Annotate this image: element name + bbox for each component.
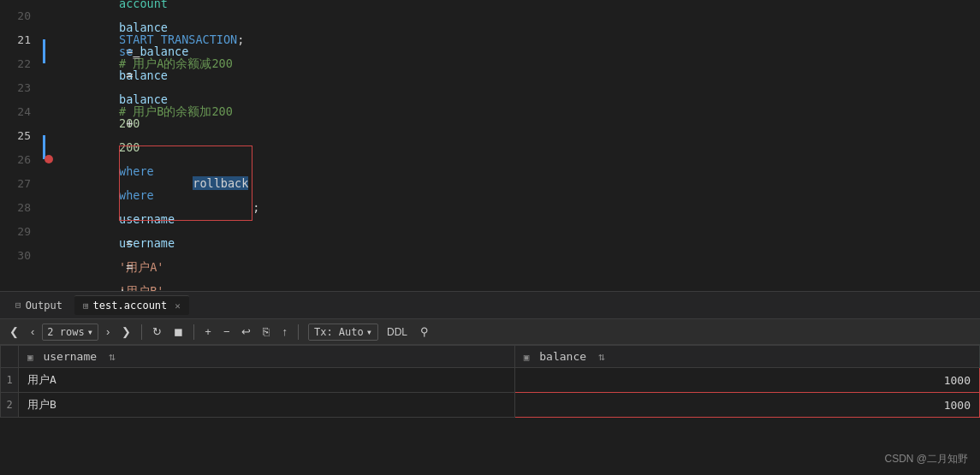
ddl-button[interactable]: DDL [382, 324, 413, 340]
breakpoint-dot-26 [45, 155, 53, 163]
tab-test-account-label: test.account [93, 300, 168, 312]
tab-output[interactable]: ⊟ Output [7, 296, 71, 315]
bottom-panel: ⊟ Output ⊞ test.account ✕ ❮ ‹ 2 rows ▾ ›… [0, 291, 980, 475]
cell-balance-2: 1000 [514, 393, 979, 418]
username-col-label: username [43, 350, 97, 363]
cell-username-1: 用户A [19, 368, 515, 393]
add-row-button[interactable]: + [200, 324, 216, 340]
next-page-button[interactable]: › [102, 324, 114, 340]
test-account-tab-icon: ⊞ [83, 300, 89, 312]
code-line-28: 28 [0, 195, 980, 219]
separator-2 [193, 324, 194, 340]
code-line-30: 30 [0, 243, 980, 267]
col-header-username: ▣ username ⇅ [19, 346, 515, 368]
tab-output-label: Output [26, 300, 62, 312]
var-balance-25b: balance [119, 92, 168, 106]
col-header-balance: ▣ balance ⇅ [514, 346, 979, 368]
line-number-24: 24 [0, 105, 43, 118]
copy-button[interactable]: ⎘ [258, 324, 274, 340]
last-page-button[interactable]: ❯ [117, 324, 135, 340]
table-header-row: ▣ username ⇅ ▣ balance ⇅ [1, 346, 980, 368]
remove-row-button[interactable]: − [219, 324, 235, 340]
prev-page-button[interactable]: ‹ [27, 324, 39, 340]
cell-username-2: 用户B [19, 393, 515, 418]
kw-se-25: se [119, 45, 133, 58]
row-num-2: 2 [1, 393, 19, 418]
line-number-20: 20 [0, 9, 43, 22]
data-table-wrapper: ▣ username ⇅ ▣ balance ⇅ 1 用户A 1000 [0, 345, 980, 475]
username-sort-icon: ⇅ [109, 350, 116, 363]
separator-1 [141, 324, 142, 340]
line-number-26: 26 [0, 153, 43, 166]
line-number-30: 30 [0, 249, 43, 262]
stop-button[interactable]: ◼ [169, 324, 187, 340]
table-row: 1 用户A 1000 [1, 368, 980, 393]
code-line-29: 29 [0, 219, 980, 243]
tx-selector[interactable]: Tx: Auto ▾ [308, 324, 378, 341]
rows-dropdown-icon: ▾ [87, 326, 93, 338]
row-num-1: 1 [1, 368, 19, 393]
cell-balance-1: 1000 [514, 368, 979, 393]
code-editor: 20 21 START TRANSACTION; 22 # 用户A的余额减200… [0, 0, 980, 291]
tbl-account-25: account [119, 0, 168, 10]
str-userB-25: '用户B' [119, 284, 163, 291]
refresh-button[interactable]: ↻ [148, 324, 166, 340]
line-number-21: 21 [0, 33, 43, 46]
watermark: CSDN @二月知野 [884, 452, 968, 466]
line-number-23: 23 [0, 81, 43, 94]
row-num-header [1, 346, 19, 368]
result-toolbar: ❮ ‹ 2 rows ▾ › ❯ ↻ ◼ + − ↩ ⎘ ↑ Tx: Auto … [0, 319, 980, 345]
tx-dropdown-icon: ▾ [366, 326, 372, 338]
code-line-27: 27 rollback ; [0, 171, 980, 195]
balance-col-icon: ▣ [524, 352, 530, 363]
line-number-28: 28 [0, 201, 43, 214]
line-number-27: 27 [0, 177, 43, 190]
line-number-29: 29 [0, 225, 43, 238]
tab-bar: ⊟ Output ⊞ test.account ✕ [0, 292, 980, 319]
separator-3 [298, 324, 299, 340]
first-page-button[interactable]: ❮ [5, 324, 23, 340]
output-tab-icon: ⊟ [15, 300, 21, 311]
line-number-22: 22 [0, 57, 43, 70]
code-lines: 20 21 START TRANSACTION; 22 # 用户A的余额减200… [0, 0, 980, 267]
rollback-keyword: rollback [193, 176, 248, 190]
var-balance-25a: balance [140, 45, 188, 58]
rows-selector[interactable]: 2 rows ▾ [42, 324, 98, 341]
rows-count-label: 2 rows [47, 326, 84, 338]
tab-test-account[interactable]: ⊞ test.account ✕ [74, 295, 189, 315]
tx-label: Tx: Auto [314, 326, 364, 338]
export-button[interactable]: ↑ [277, 324, 292, 340]
username-col-icon: ▣ [27, 352, 33, 363]
table-row: 2 用户B 1000 [1, 393, 980, 418]
balance-sort-icon: ⇅ [598, 350, 605, 363]
revert-button[interactable]: ↩ [237, 324, 255, 340]
pin-button[interactable]: ⚲ [416, 324, 433, 340]
result-table: ▣ username ⇅ ▣ balance ⇅ 1 用户A 1000 [0, 345, 980, 418]
line-number-25: 25 [0, 129, 43, 142]
tab-close-icon[interactable]: ✕ [175, 300, 181, 312]
balance-col-label: balance [539, 350, 586, 363]
